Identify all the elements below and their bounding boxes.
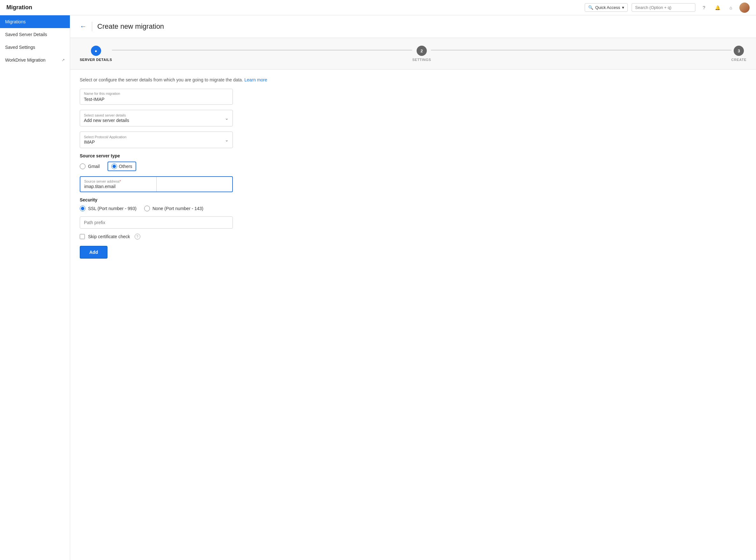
external-link-icon: ↗: [62, 58, 65, 62]
search-input[interactable]: [632, 3, 695, 12]
source-address-input[interactable]: [84, 184, 152, 189]
step-circle-3: 3: [734, 46, 744, 56]
migration-name-input[interactable]: [80, 96, 233, 104]
source-server-type-label: Source server type: [80, 153, 747, 158]
page-header: ← Create new migration: [70, 15, 756, 38]
security-group: Security SSL (Port number - 993) None (P…: [80, 197, 747, 212]
protocol-value: IMAP: [84, 140, 229, 145]
sidebar-item-label: WorkDrive Migration: [5, 58, 46, 63]
path-prefix-input[interactable]: [84, 220, 229, 225]
migration-name-label: Name for this migration: [80, 89, 233, 96]
question-icon: ?: [703, 5, 705, 10]
step-number-1: ●: [95, 48, 97, 53]
form-description: Select or configure the server details f…: [80, 77, 747, 82]
form-area: Select or configure the server details f…: [70, 69, 756, 266]
step-server-details: ● SERVER DETAILS: [80, 46, 112, 62]
none-radio-label[interactable]: None (Port number - 143): [144, 206, 204, 212]
chevron-down-icon: ▾: [622, 5, 624, 10]
stepper-container: ● SERVER DETAILS 2 SETTINGS 3: [70, 38, 756, 69]
saved-server-dropdown[interactable]: Select saved server details Add new serv…: [80, 110, 233, 126]
step-line-1: [112, 50, 412, 51]
none-radio[interactable]: [144, 206, 150, 212]
security-radio-group: SSL (Port number - 993) None (Port numbe…: [80, 206, 747, 212]
gmail-radio-label[interactable]: Gmail: [80, 163, 100, 169]
skip-cert-label: Skip certificate check: [88, 234, 130, 239]
sidebar-item-label: Migrations: [5, 19, 26, 24]
step-circle-2: 2: [417, 46, 427, 56]
step-settings: 2 SETTINGS: [412, 46, 431, 62]
source-port-input[interactable]: [161, 179, 229, 184]
sidebar-item-migrations[interactable]: Migrations: [0, 15, 70, 28]
step-create: 3 CREATE: [731, 46, 747, 62]
header-divider: [92, 22, 92, 31]
migration-name-field: Name for this migration: [80, 89, 233, 105]
step-label-3: CREATE: [731, 58, 747, 62]
step-line-2: [431, 50, 731, 51]
content-area: ← Create new migration ● SERVER DETAILS: [70, 15, 756, 560]
back-button[interactable]: ←: [80, 22, 87, 31]
sidebar: Migrations Saved Server Details Saved Se…: [0, 15, 70, 560]
protocol-group: Select Protocol/ Application IMAP ⌄: [80, 132, 747, 148]
sidebar-item-label: Saved Server Details: [5, 32, 47, 37]
source-server-type-group: Source server type Gmail Others: [80, 153, 747, 171]
learn-more-link[interactable]: Learn more: [244, 77, 267, 82]
notification-icon-btn[interactable]: 🔔: [713, 3, 722, 13]
avatar-image: [739, 3, 750, 13]
source-address-label: Source server address*: [84, 179, 152, 183]
source-address-group: Source server address*: [80, 176, 747, 192]
sidebar-item-saved-server-details[interactable]: Saved Server Details: [0, 28, 70, 41]
top-bar-left: Migration: [6, 4, 32, 11]
migration-name-group: Name for this migration: [80, 89, 747, 105]
bell-icon: 🔔: [715, 5, 720, 10]
home-icon: ⌂: [730, 5, 732, 10]
source-address-field: Source server address*: [80, 177, 156, 192]
ssl-radio-label[interactable]: SSL (Port number - 993): [80, 206, 136, 212]
quick-access-button[interactable]: 🔍 Quick Access ▾: [585, 3, 628, 12]
saved-server-label: Select saved server details: [84, 113, 229, 117]
avatar[interactable]: [739, 3, 750, 13]
help-icon-btn[interactable]: ?: [699, 3, 709, 13]
saved-server-group: Select saved server details Add new serv…: [80, 110, 747, 126]
top-bar-right: 🔍 Quick Access ▾ ? 🔔 ⌂: [585, 3, 750, 13]
sidebar-item-saved-settings[interactable]: Saved Settings: [0, 41, 70, 54]
security-label: Security: [80, 197, 747, 202]
top-bar: Migration 🔍 Quick Access ▾ ? 🔔 ⌂: [0, 0, 756, 15]
protocol-label: Select Protocol/ Application: [84, 135, 229, 139]
required-asterisk: *: [120, 179, 121, 183]
sidebar-item-label: Saved Settings: [5, 45, 35, 50]
app-title: Migration: [6, 4, 32, 11]
source-port-field: [156, 177, 233, 192]
step-circle-1: ●: [91, 46, 101, 56]
app-container: Migration 🔍 Quick Access ▾ ? 🔔 ⌂: [0, 0, 756, 560]
home-icon-btn[interactable]: ⌂: [726, 3, 736, 13]
chevron-down-icon: ⌄: [225, 116, 229, 121]
step-label-2: SETTINGS: [412, 58, 431, 62]
path-prefix-field[interactable]: [80, 217, 233, 228]
ssl-label: SSL (Port number - 993): [88, 206, 136, 211]
step-number-2: 2: [420, 48, 423, 53]
protocol-dropdown[interactable]: Select Protocol/ Application IMAP ⌄: [80, 132, 233, 148]
chevron-down-icon-2: ⌄: [225, 137, 229, 142]
help-icon[interactable]: ?: [134, 234, 140, 239]
step-number-3: 3: [738, 48, 740, 53]
gmail-radio[interactable]: [80, 163, 85, 169]
quick-access-label: Quick Access: [595, 5, 620, 10]
page-title: Create new migration: [97, 22, 164, 31]
others-radio[interactable]: [111, 163, 117, 169]
skip-cert-checkbox[interactable]: [80, 234, 85, 239]
others-radio-wrapper: Others: [107, 162, 136, 171]
none-label: None (Port number - 143): [152, 206, 204, 211]
stepper: ● SERVER DETAILS 2 SETTINGS 3: [80, 46, 747, 62]
add-button[interactable]: Add: [80, 246, 107, 259]
ssl-radio[interactable]: [80, 206, 85, 212]
source-address-row: Source server address*: [80, 176, 233, 192]
sidebar-item-workdrive-migration[interactable]: WorkDrive Migration ↗: [0, 54, 70, 66]
path-prefix-group: [80, 217, 747, 228]
skip-cert-row: Skip certificate check ?: [80, 234, 747, 239]
main-layout: Migrations Saved Server Details Saved Se…: [0, 15, 756, 560]
step-label-1: SERVER DETAILS: [80, 58, 112, 62]
saved-server-value: Add new server details: [84, 118, 229, 123]
search-icon: 🔍: [588, 5, 593, 10]
gmail-label: Gmail: [88, 164, 100, 169]
source-server-type-radio-group: Gmail Others: [80, 162, 747, 171]
